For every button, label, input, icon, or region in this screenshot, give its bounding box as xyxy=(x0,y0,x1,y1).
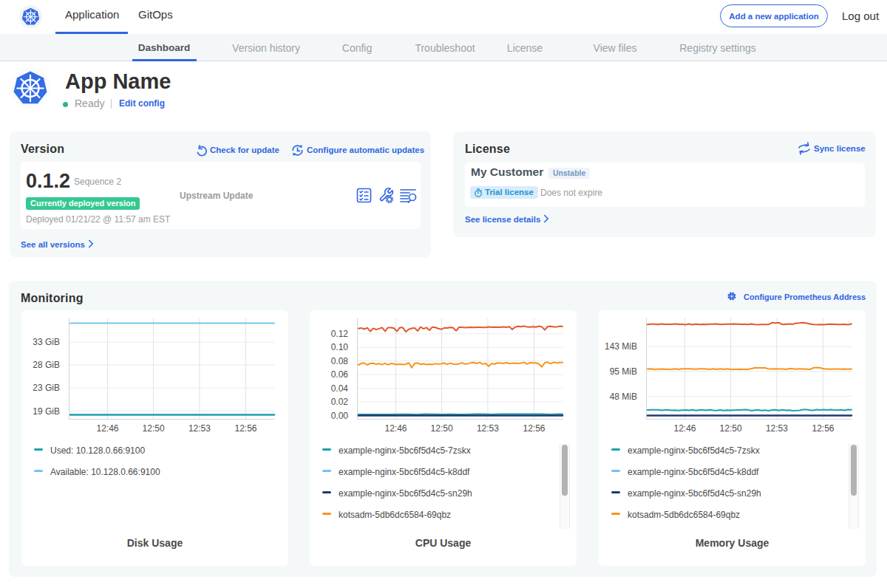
svg-text:12:46: 12:46 xyxy=(384,423,407,434)
svg-text:12:53: 12:53 xyxy=(477,423,499,434)
svg-text:12:46: 12:46 xyxy=(96,423,118,434)
svg-text:12:50: 12:50 xyxy=(720,423,742,434)
svg-text:12:56: 12:56 xyxy=(523,423,545,434)
svg-text:0.08: 0.08 xyxy=(331,356,349,366)
svg-text:19 GiB: 19 GiB xyxy=(33,406,60,417)
svg-text:33 GiB: 33 GiB xyxy=(33,337,60,347)
svg-text:143 MiB: 143 MiB xyxy=(605,341,637,352)
svg-text:0.10: 0.10 xyxy=(331,342,349,352)
svg-text:95 MiB: 95 MiB xyxy=(610,366,637,377)
svg-text:48 MiB: 48 MiB xyxy=(610,392,637,402)
svg-text:0.04: 0.04 xyxy=(331,383,349,394)
svg-text:12:53: 12:53 xyxy=(188,423,211,434)
svg-text:12:56: 12:56 xyxy=(234,423,256,434)
svg-text:0.12: 0.12 xyxy=(331,329,349,339)
svg-text:28 GiB: 28 GiB xyxy=(33,360,60,370)
svg-text:12:53: 12:53 xyxy=(766,423,788,434)
svg-text:12:50: 12:50 xyxy=(431,423,453,434)
svg-text:23 GiB: 23 GiB xyxy=(33,383,60,393)
svg-text:12:46: 12:46 xyxy=(673,423,696,434)
svg-text:0.06: 0.06 xyxy=(331,369,349,380)
svg-text:12:56: 12:56 xyxy=(812,423,834,434)
svg-text:0.00: 0.00 xyxy=(331,411,349,421)
svg-text:12:50: 12:50 xyxy=(143,423,165,434)
svg-text:0.02: 0.02 xyxy=(331,397,349,407)
